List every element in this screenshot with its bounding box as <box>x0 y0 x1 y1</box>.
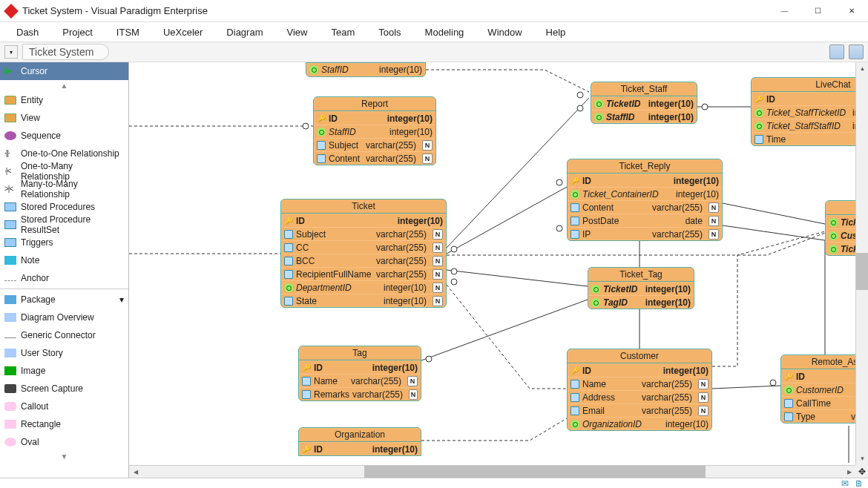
entity-column[interactable]: Namevarchar(255)N <box>299 374 421 387</box>
menu-help[interactable]: Help <box>536 24 576 41</box>
entity-column[interactable]: Stateinteger(10)N <box>281 294 446 307</box>
scroll-thumb-v[interactable] <box>856 253 868 290</box>
palette-image[interactable]: Image <box>0 362 128 380</box>
entity-column[interactable]: StaffIDinteger(10) <box>591 110 697 123</box>
entity-column[interactable]: Subjectvarchar(255)N <box>281 227 446 240</box>
column-type: integer(10) <box>384 283 427 293</box>
entity-ticket_reply[interactable]: MTicket_Reply🔑IDinteger(10)Ticket_Contai… <box>567 159 723 241</box>
pane-icon[interactable] <box>849 44 864 59</box>
entity-column[interactable]: IPvarchar(255)N <box>568 227 722 240</box>
maximize-button[interactable]: ☐ <box>801 0 835 22</box>
entity-column[interactable]: Subjectvarchar(255)N <box>314 138 435 151</box>
palette-sequence[interactable]: Sequence <box>0 127 128 145</box>
palette-stored-procedure-resultset[interactable]: Stored Procedure ResultSet <box>0 216 128 234</box>
entity-ticket_staff[interactable]: MTicket_StaffTicketIDinteger(10)StaffIDi… <box>591 82 697 124</box>
palette-user-story[interactable]: User Story <box>0 344 128 362</box>
palette-stored-procedures[interactable]: Stored Procedures <box>0 198 128 216</box>
palette-one-to-many-relationship[interactable]: ·|<One-to-Many Relationship <box>0 162 128 180</box>
entity-column[interactable]: RecipientFullNamevarchar(255)N <box>281 267 446 280</box>
entity-column[interactable]: 🔑IDinteger(10) <box>299 360 421 374</box>
entity-column[interactable]: Emailvarchar(255)N <box>568 403 711 417</box>
entity-column[interactable]: 🔑IDinteger(10) <box>568 174 722 187</box>
entity-report[interactable]: MReport🔑IDinteger(10)StaffIDinteger(10)S… <box>313 96 436 165</box>
entity-column[interactable]: TicketIDinteger(10) <box>591 96 697 110</box>
vertical-scrollbar[interactable]: ▲ ▼ <box>855 62 868 465</box>
entity-organization[interactable]: MOrganization🔑IDinteger(10) <box>298 427 421 456</box>
entity-column[interactable]: 🔑IDinteger(10) <box>299 442 421 455</box>
menu-window[interactable]: Window <box>477 24 532 41</box>
minimize-button[interactable]: — <box>768 0 801 22</box>
palette-note[interactable]: Note <box>0 251 128 269</box>
entity-column[interactable]: BCCvarchar(255)N <box>281 254 446 267</box>
entity-ticket[interactable]: MTicket🔑IDinteger(10)Subjectvarchar(255)… <box>280 199 447 308</box>
breadcrumb[interactable]: Ticket System <box>22 44 109 60</box>
entity-column[interactable]: TicketIDinteger(10) <box>588 282 694 295</box>
resize-handle-icon[interactable]: ✥ <box>855 465 868 478</box>
palette-collapse-down[interactable]: ▼ <box>0 451 128 462</box>
entity-column[interactable]: 🔑IDinteger(10) <box>752 92 868 105</box>
palette-entity[interactable]: Entity <box>0 91 128 109</box>
entity-column[interactable]: 🔑IDinteger(10) <box>314 111 435 125</box>
palette-one-to-one-relationship[interactable]: ·||·One-to-One Relationship <box>0 145 128 162</box>
scroll-right-button[interactable]: ▶ <box>843 466 855 478</box>
entity-column[interactable]: StaffIDinteger(10) <box>306 63 425 76</box>
entity-column[interactable]: OrganizationIDinteger(10) <box>568 417 711 430</box>
scroll-up-button[interactable]: ▲ <box>856 62 868 75</box>
menu-itsm[interactable]: ITSM <box>106 24 150 41</box>
entity-column[interactable]: DepartmentIDinteger(10)N <box>281 280 446 294</box>
entity-stafffrag[interactable]: StaffIDinteger(10) <box>306 62 426 77</box>
palette-rectangle[interactable]: Rectangle <box>0 415 128 433</box>
palette-package[interactable]: Package▾ <box>0 291 128 309</box>
entity-column[interactable]: CCvarchar(255)N <box>281 240 446 254</box>
palette-callout[interactable]: Callout <box>0 398 128 415</box>
layout-icon[interactable] <box>829 44 844 59</box>
scroll-down-button[interactable]: ▼ <box>856 452 868 465</box>
horizontal-scrollbar[interactable]: ◀ ▶ <box>129 465 855 478</box>
entity-column[interactable]: Namevarchar(255)N <box>568 377 711 390</box>
palette-view[interactable]: View <box>0 109 128 127</box>
menu-modeling[interactable]: Modeling <box>415 24 475 41</box>
close-button[interactable]: ✕ <box>835 0 868 22</box>
entity-column[interactable]: Contentvarchar(255)N <box>314 151 435 165</box>
entity-ticket_tag[interactable]: MTicket_TagTicketIDinteger(10)TagIDinteg… <box>588 267 694 309</box>
menu-dash[interactable]: Dash <box>6 24 49 41</box>
entity-column[interactable]: StaffIDinteger(10) <box>314 125 435 138</box>
entity-column[interactable]: TagIDinteger(10) <box>588 295 694 309</box>
entity-column[interactable]: Ticket_StaffStaffIDinteger(10)N <box>752 119 868 132</box>
breadcrumb-dropdown[interactable]: ▾ <box>4 45 18 59</box>
palette-cursor[interactable]: Cursor <box>0 62 128 80</box>
entity-column[interactable]: 🔑IDinteger(10) <box>281 214 446 227</box>
column-icon <box>754 135 763 144</box>
menu-team[interactable]: Team <box>320 24 365 41</box>
palette-collapse-up[interactable]: ▲ <box>0 80 128 91</box>
entity-column[interactable]: Addressvarchar(255)N <box>568 390 711 403</box>
palette-anchor[interactable]: Anchor <box>0 269 128 287</box>
entity-column[interactable]: Remarksvarchar(255)N <box>299 387 421 400</box>
entity-column[interactable]: Ticket_ContainerIDinteger(10) <box>568 187 722 200</box>
menu-diagram[interactable]: Diagram <box>216 24 273 41</box>
menu-uexceler[interactable]: UeXceler <box>153 24 213 41</box>
doc-icon[interactable]: 🗎 <box>855 478 864 488</box>
menu-project[interactable]: Project <box>52 24 102 41</box>
entity-column[interactable]: Contentvarchar(255)N <box>568 200 722 214</box>
entity-column[interactable]: PostDatedateN <box>568 214 722 227</box>
entity-tag[interactable]: MTag🔑IDinteger(10)Namevarchar(255)NRemar… <box>298 346 421 401</box>
menu-view[interactable]: View <box>276 24 318 41</box>
palette-many-to-many-relationship[interactable]: >|<Many-to-Many Relationship <box>0 180 128 198</box>
entity-column[interactable]: TimedateN <box>752 132 868 145</box>
diagram-canvas[interactable]: StaffIDinteger(10)MReport🔑IDinteger(10)S… <box>129 62 868 463</box>
palette-diagram-overview[interactable]: Diagram Overview <box>0 309 128 326</box>
entity-customer[interactable]: MCustomer🔑IDinteger(10)Namevarchar(255)N… <box>567 349 712 431</box>
mail-icon[interactable]: ✉ <box>841 478 849 488</box>
palette-generic-connector[interactable]: Generic Connector <box>0 326 128 344</box>
entity-column[interactable]: Ticket_StaffTicketIDinteger(10)N <box>752 105 868 119</box>
palette-triggers[interactable]: Triggers <box>0 234 128 251</box>
scroll-left-button[interactable]: ◀ <box>129 466 142 478</box>
chevron-down-icon[interactable]: ▾ <box>119 294 124 305</box>
palette-screen-capture[interactable]: Screen Capture <box>0 380 128 398</box>
entity-livechat[interactable]: MLiveChat🔑IDinteger(10)Ticket_StaffTicke… <box>751 77 868 146</box>
palette-oval[interactable]: Oval <box>0 433 128 451</box>
menu-tools[interactable]: Tools <box>368 24 411 41</box>
entity-column[interactable]: 🔑IDinteger(10) <box>568 363 711 377</box>
scroll-thumb-h[interactable] <box>364 466 706 478</box>
